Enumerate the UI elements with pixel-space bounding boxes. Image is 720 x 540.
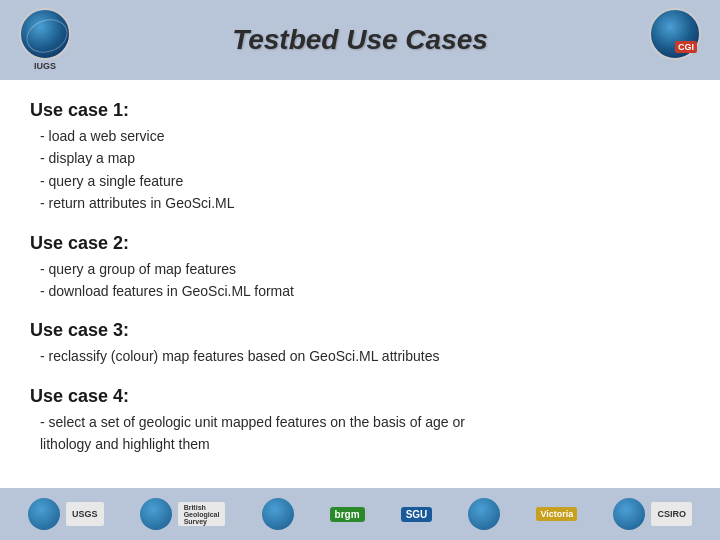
header: IUGS Testbed Use Cases CGI xyxy=(0,0,720,80)
bgs-circle-icon xyxy=(140,498,172,530)
usgs-label: USGS xyxy=(66,502,104,526)
use-case-1: Use case 1: - load a web service - displ… xyxy=(30,100,690,215)
main-content: Use case 1: - load a web service - displ… xyxy=(0,80,720,494)
use-case-3-title: Use case 3: xyxy=(30,320,690,341)
cgi-badge-label: CGI xyxy=(675,41,697,53)
list-item: - select a set of geologic unit mapped f… xyxy=(40,411,690,433)
logo-circle-icon xyxy=(262,498,294,530)
brgm-logo: brgm xyxy=(327,507,368,522)
use-case-1-title: Use case 1: xyxy=(30,100,690,121)
use-case-3: Use case 3: - reclassify (colour) map fe… xyxy=(30,320,690,367)
ga-circle-icon xyxy=(468,498,500,530)
use-case-4-title: Use case 4: xyxy=(30,386,690,407)
bgs-label: BritishGeologicalSurvey xyxy=(178,502,226,526)
another-logo xyxy=(259,498,297,530)
ga-logo xyxy=(465,498,503,530)
use-case-3-items: - reclassify (colour) map features based… xyxy=(30,345,690,367)
csiro-circle-icon xyxy=(613,498,645,530)
page-title: Testbed Use Cases xyxy=(232,24,488,56)
sgu-logo: SGU xyxy=(398,507,436,522)
list-item: - query a group of map features xyxy=(40,258,690,280)
list-item: - reclassify (colour) map features based… xyxy=(40,345,690,367)
list-item: - display a map xyxy=(40,147,690,169)
usgs-logo: USGS xyxy=(25,498,107,530)
sgu-label: SGU xyxy=(401,507,433,522)
list-item: - return attributes in GeoSci.ML xyxy=(40,192,690,214)
victoria-label: Victoria xyxy=(536,507,577,521)
use-case-2-items: - query a group of map features - downlo… xyxy=(30,258,690,303)
cgi-globe-icon: CGI xyxy=(649,8,701,60)
footer: USGS BritishGeologicalSurvey brgm SGU Vi… xyxy=(0,488,720,540)
list-item: - download features in GeoSci.ML format xyxy=(40,280,690,302)
use-case-4: Use case 4: - select a set of geologic u… xyxy=(30,386,690,456)
brgm-label: brgm xyxy=(330,507,365,522)
list-item: - load a web service xyxy=(40,125,690,147)
list-item: - query a single feature xyxy=(40,170,690,192)
use-case-2: Use case 2: - query a group of map featu… xyxy=(30,233,690,303)
csiro-logo: CSIRO xyxy=(610,498,695,530)
victoria-logo: Victoria xyxy=(533,507,580,521)
iugs-logo: IUGS xyxy=(10,8,80,72)
bgs-logo: BritishGeologicalSurvey xyxy=(137,498,229,530)
usgs-circle-icon xyxy=(28,498,60,530)
csiro-label: CSIRO xyxy=(651,502,692,526)
use-case-4-items: - select a set of geologic unit mapped f… xyxy=(30,411,690,456)
use-case-1-items: - load a web service - display a map - q… xyxy=(30,125,690,215)
cgi-logo: CGI xyxy=(640,8,710,72)
list-item: lithology and highlight them xyxy=(40,433,690,455)
iugs-label: IUGS xyxy=(34,61,56,71)
use-case-2-title: Use case 2: xyxy=(30,233,690,254)
iugs-globe-icon xyxy=(19,8,71,60)
